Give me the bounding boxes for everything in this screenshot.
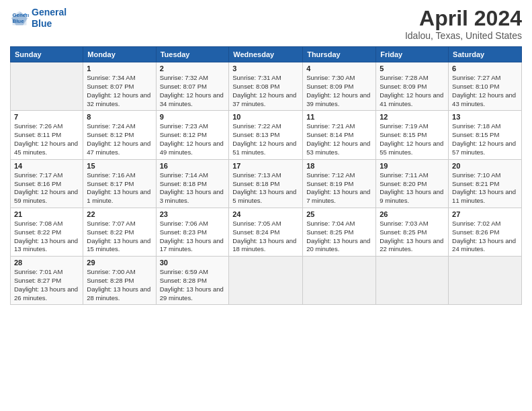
col-wednesday: Wednesday: [229, 47, 303, 62]
calendar-header: Sunday Monday Tuesday Wednesday Thursday…: [11, 47, 522, 62]
calendar-week-5: 28Sunrise: 7:01 AMSunset: 8:27 PMDayligh…: [11, 257, 522, 305]
calendar-cell: 19Sunrise: 7:11 AMSunset: 8:20 PMDayligh…: [376, 159, 449, 208]
day-info: Sunrise: 7:05 AMSunset: 8:24 PMDaylight:…: [232, 220, 299, 254]
day-number: 16: [160, 162, 226, 170]
calendar-cell: 6Sunrise: 7:27 AMSunset: 8:10 PMDaylight…: [449, 62, 522, 111]
day-info: Sunrise: 7:16 AMSunset: 8:17 PMDaylight:…: [87, 171, 152, 205]
calendar-cell: 26Sunrise: 7:03 AMSunset: 8:25 PMDayligh…: [376, 208, 449, 256]
day-info: Sunrise: 7:13 AMSunset: 8:18 PMDaylight:…: [232, 171, 299, 205]
day-info: Sunrise: 7:31 AMSunset: 8:08 PMDaylight:…: [232, 74, 299, 108]
calendar-cell: 27Sunrise: 7:02 AMSunset: 8:26 PMDayligh…: [449, 208, 522, 256]
day-number: 9: [160, 113, 226, 121]
day-number: 6: [452, 64, 518, 73]
day-info: Sunrise: 7:26 AMSunset: 8:11 PMDaylight:…: [14, 122, 79, 156]
calendar-cell: 29Sunrise: 7:00 AMSunset: 8:28 PMDayligh…: [83, 257, 156, 305]
calendar-cell: [229, 257, 303, 305]
day-info: Sunrise: 7:17 AMSunset: 8:16 PMDaylight:…: [14, 171, 79, 205]
logo-icon: General Blue: [10, 9, 29, 28]
day-number: 25: [306, 210, 372, 218]
calendar-cell: 15Sunrise: 7:16 AMSunset: 8:17 PMDayligh…: [83, 159, 156, 208]
day-number: 21: [14, 210, 79, 218]
day-info: Sunrise: 7:01 AMSunset: 8:27 PMDaylight:…: [14, 268, 79, 302]
calendar-cell: 12Sunrise: 7:19 AMSunset: 8:15 PMDayligh…: [376, 111, 449, 159]
calendar-cell: [376, 257, 449, 305]
calendar-cell: 9Sunrise: 7:23 AMSunset: 8:12 PMDaylight…: [156, 111, 229, 159]
day-info: Sunrise: 6:59 AMSunset: 8:28 PMDaylight:…: [160, 268, 226, 302]
calendar-cell: 10Sunrise: 7:22 AMSunset: 8:13 PMDayligh…: [229, 111, 303, 159]
day-number: 3: [232, 64, 299, 73]
calendar-cell: 1Sunrise: 7:34 AMSunset: 8:07 PMDaylight…: [83, 62, 156, 111]
calendar-cell: 20Sunrise: 7:10 AMSunset: 8:21 PMDayligh…: [449, 159, 522, 208]
day-info: Sunrise: 7:18 AMSunset: 8:15 PMDaylight:…: [452, 122, 518, 156]
day-info: Sunrise: 7:03 AMSunset: 8:25 PMDaylight:…: [380, 220, 445, 254]
calendar-cell: 5Sunrise: 7:28 AMSunset: 8:09 PMDaylight…: [376, 62, 449, 111]
calendar-body: 1Sunrise: 7:34 AMSunset: 8:07 PMDaylight…: [11, 62, 522, 305]
title-block: April 2024 Idalou, Texas, United States: [405, 7, 522, 41]
calendar-week-1: 1Sunrise: 7:34 AMSunset: 8:07 PMDaylight…: [11, 62, 522, 111]
day-number: 1: [87, 64, 152, 73]
day-number: 29: [87, 259, 152, 267]
calendar-cell: 16Sunrise: 7:14 AMSunset: 8:18 PMDayligh…: [156, 159, 229, 208]
day-number: 28: [14, 259, 79, 267]
day-number: 5: [380, 64, 445, 73]
day-info: Sunrise: 7:19 AMSunset: 8:15 PMDaylight:…: [380, 122, 445, 156]
calendar-cell: [11, 62, 83, 111]
logo-text: General Blue: [32, 7, 66, 30]
day-number: 20: [452, 162, 518, 170]
day-number: 18: [306, 162, 372, 170]
day-number: 15: [87, 162, 152, 170]
day-number: 30: [160, 259, 226, 267]
calendar-cell: 8Sunrise: 7:24 AMSunset: 8:12 PMDaylight…: [83, 111, 156, 159]
calendar-cell: 17Sunrise: 7:13 AMSunset: 8:18 PMDayligh…: [229, 159, 303, 208]
col-tuesday: Tuesday: [156, 47, 229, 62]
day-number: 12: [380, 113, 445, 121]
header: General Blue General Blue April 2024 Ida…: [10, 7, 522, 41]
day-info: Sunrise: 7:00 AMSunset: 8:28 PMDaylight:…: [87, 268, 152, 302]
calendar-table: Sunday Monday Tuesday Wednesday Thursday…: [10, 46, 522, 305]
calendar-cell: 4Sunrise: 7:30 AMSunset: 8:09 PMDaylight…: [303, 62, 376, 111]
calendar-cell: [303, 257, 376, 305]
calendar-week-2: 7Sunrise: 7:26 AMSunset: 8:11 PMDaylight…: [11, 111, 522, 159]
day-info: Sunrise: 7:22 AMSunset: 8:13 PMDaylight:…: [232, 122, 299, 156]
month-title: April 2024: [405, 7, 522, 30]
day-info: Sunrise: 7:14 AMSunset: 8:18 PMDaylight:…: [160, 171, 226, 205]
calendar-cell: 3Sunrise: 7:31 AMSunset: 8:08 PMDaylight…: [229, 62, 303, 111]
calendar-cell: 11Sunrise: 7:21 AMSunset: 8:14 PMDayligh…: [303, 111, 376, 159]
calendar-cell: 21Sunrise: 7:08 AMSunset: 8:22 PMDayligh…: [11, 208, 83, 256]
calendar-cell: 2Sunrise: 7:32 AMSunset: 8:07 PMDaylight…: [156, 62, 229, 111]
day-info: Sunrise: 7:27 AMSunset: 8:10 PMDaylight:…: [452, 74, 518, 108]
calendar-cell: 18Sunrise: 7:12 AMSunset: 8:19 PMDayligh…: [303, 159, 376, 208]
day-info: Sunrise: 7:32 AMSunset: 8:07 PMDaylight:…: [160, 74, 226, 108]
day-number: 17: [232, 162, 299, 170]
col-monday: Monday: [83, 47, 156, 62]
day-info: Sunrise: 7:24 AMSunset: 8:12 PMDaylight:…: [87, 122, 152, 156]
calendar-cell: 25Sunrise: 7:04 AMSunset: 8:25 PMDayligh…: [303, 208, 376, 256]
day-number: 4: [306, 64, 372, 73]
day-info: Sunrise: 7:21 AMSunset: 8:14 PMDaylight:…: [306, 122, 372, 156]
day-info: Sunrise: 7:06 AMSunset: 8:23 PMDaylight:…: [160, 220, 226, 254]
col-sunday: Sunday: [11, 47, 83, 62]
day-number: 24: [232, 210, 299, 218]
day-number: 13: [452, 113, 518, 121]
day-info: Sunrise: 7:04 AMSunset: 8:25 PMDaylight:…: [306, 220, 372, 254]
day-info: Sunrise: 7:10 AMSunset: 8:21 PMDaylight:…: [452, 171, 518, 205]
logo-line2: Blue: [32, 18, 52, 29]
calendar-cell: 28Sunrise: 7:01 AMSunset: 8:27 PMDayligh…: [11, 257, 83, 305]
calendar-cell: 24Sunrise: 7:05 AMSunset: 8:24 PMDayligh…: [229, 208, 303, 256]
day-number: 23: [160, 210, 226, 218]
day-number: 8: [87, 113, 152, 121]
calendar-cell: 23Sunrise: 7:06 AMSunset: 8:23 PMDayligh…: [156, 208, 229, 256]
main-container: General Blue General Blue April 2024 Ida…: [0, 0, 532, 312]
calendar-cell: 7Sunrise: 7:26 AMSunset: 8:11 PMDaylight…: [11, 111, 83, 159]
day-info: Sunrise: 7:02 AMSunset: 8:26 PMDaylight:…: [452, 220, 518, 254]
calendar-cell: 22Sunrise: 7:07 AMSunset: 8:22 PMDayligh…: [83, 208, 156, 256]
day-number: 26: [380, 210, 445, 218]
col-thursday: Thursday: [303, 47, 376, 62]
col-saturday: Saturday: [449, 47, 522, 62]
day-number: 14: [14, 162, 79, 170]
day-info: Sunrise: 7:30 AMSunset: 8:09 PMDaylight:…: [306, 74, 372, 108]
svg-text:Blue: Blue: [13, 18, 25, 24]
calendar-week-4: 21Sunrise: 7:08 AMSunset: 8:22 PMDayligh…: [11, 208, 522, 256]
calendar-cell: 14Sunrise: 7:17 AMSunset: 8:16 PMDayligh…: [11, 159, 83, 208]
col-friday: Friday: [376, 47, 449, 62]
